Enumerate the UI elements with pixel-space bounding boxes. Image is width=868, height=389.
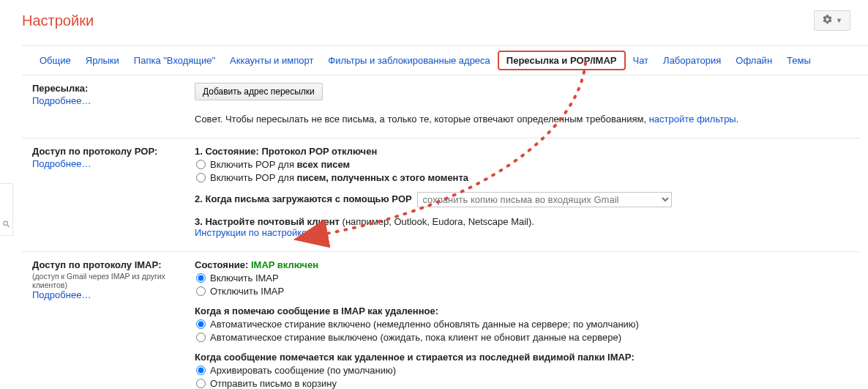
pop-status-label: 1. Состояние: Протокол POP отключен — [195, 146, 377, 157]
pop-learn-more-link[interactable]: Подробнее… — [32, 158, 91, 169]
tab-forwarding-pop-imap[interactable]: Пересылка и POP/IMAP — [498, 51, 626, 70]
section-imap: Доступ по протоколу IMAP: (доступ к Gmai… — [22, 252, 859, 389]
tab-labels[interactable]: Ярлыки — [78, 53, 127, 67]
forwarding-tip-text: Совет. Чтобы пересылать не все письма, а… — [195, 114, 649, 125]
imap-deleted-heading: Когда я помечаю сообщение в IMAP как уда… — [195, 305, 849, 316]
imap-status-value: IMAP включен — [251, 259, 318, 270]
pop-enable-all-radio[interactable] — [196, 160, 206, 169]
imap-auto-expunge-off-radio[interactable] — [196, 333, 206, 342]
gear-icon — [822, 14, 833, 27]
caret-down-icon: ▼ — [836, 17, 842, 24]
tab-offline[interactable]: Офлайн — [728, 53, 779, 67]
pop-download-label: 2. Когда письма загружаются с помощью PO… — [195, 193, 412, 204]
tab-labs[interactable]: Лаборатория — [656, 53, 728, 67]
imap-enable-label: Включить IMAP — [210, 273, 279, 284]
pop-title: Доступ по протоколу POP: — [32, 146, 195, 157]
pop-enable-all-label: Включить POP для всех писем — [210, 159, 350, 170]
add-forwarding-address-button[interactable]: Добавить адрес пересылки — [195, 83, 323, 100]
section-pop: Доступ по протоколу POP: Подробнее… 1. С… — [22, 138, 859, 252]
imap-disable-label: Отключить IMAP — [210, 286, 284, 297]
tab-chat[interactable]: Чат — [626, 53, 656, 67]
side-search-fragment[interactable] — [0, 183, 13, 236]
imap-auto-expunge-off-label: Автоматическое стирание выключено (ожида… — [210, 332, 621, 343]
pop-instructions-link[interactable]: Инструкции по настройке — [195, 227, 307, 238]
imap-auto-expunge-on-radio[interactable] — [196, 319, 206, 329]
search-icon — [2, 220, 11, 231]
configure-filters-link[interactable]: настройте фильтры — [649, 114, 736, 125]
tab-general[interactable]: Общие — [32, 53, 78, 67]
settings-gear-button[interactable]: ▼ — [814, 10, 850, 31]
pop-configure-hint: (например, Outlook, Eudora, Netscape Mai… — [340, 216, 534, 227]
pop-enable-now-prefix: Включить POP для — [210, 172, 297, 183]
page-title: Настройки — [22, 12, 94, 29]
imap-enable-radio[interactable] — [196, 273, 206, 283]
pop-enable-now-radio[interactable] — [196, 173, 206, 182]
forwarding-title: Пересылка: — [32, 83, 195, 94]
tab-themes[interactable]: Темы — [779, 53, 818, 67]
forwarding-learn-more-link[interactable]: Подробнее… — [32, 95, 91, 106]
imap-disable-radio[interactable] — [196, 286, 206, 296]
forwarding-tip: Совет. Чтобы пересылать не все письма, а… — [195, 114, 849, 125]
settings-tabs: Общие Ярлыки Папка "Входящие" Аккаунты и… — [22, 45, 868, 75]
tab-inbox[interactable]: Папка "Входящие" — [127, 53, 222, 67]
tab-accounts[interactable]: Аккаунты и импорт — [222, 53, 321, 67]
imap-last-trash-label: Отправить письмо в корзину — [210, 378, 337, 389]
imap-last-archive-radio[interactable] — [196, 366, 206, 375]
imap-last-trash-radio[interactable] — [196, 379, 206, 388]
imap-learn-more-link[interactable]: Подробнее… — [32, 289, 91, 300]
pop-enable-now-bold: писем, полученных с этого момента — [297, 172, 468, 183]
pop-enable-all-bold: всех писем — [297, 159, 351, 170]
pop-enable-all-prefix: Включить POP для — [210, 159, 297, 170]
pop-configure-label: 3. Настройте почтовый клиент — [195, 216, 340, 227]
forwarding-tip-suffix: . — [736, 114, 739, 125]
imap-last-folder-heading: Когда сообщение помечается как удаленное… — [195, 352, 849, 363]
imap-auto-expunge-on-label: Автоматическое стирание включено (немедл… — [210, 319, 639, 330]
pop-download-action-select[interactable]: сохранить копию письма во входящих Gmail — [417, 192, 672, 207]
tab-filters[interactable]: Фильтры и заблокированные адреса — [321, 53, 497, 67]
imap-last-archive-label: Архивировать сообщение (по умолчанию) — [210, 365, 396, 376]
pop-enable-now-label: Включить POP для писем, полученных с это… — [210, 172, 468, 183]
imap-subtitle: (доступ к Gmail через IMAP из других кли… — [32, 272, 195, 289]
section-forwarding: Пересылка: Подробнее… Добавить адрес пер… — [22, 75, 859, 138]
imap-title: Доступ по протоколу IMAP: — [32, 259, 195, 270]
imap-status-prefix: Состояние: — [195, 259, 251, 270]
